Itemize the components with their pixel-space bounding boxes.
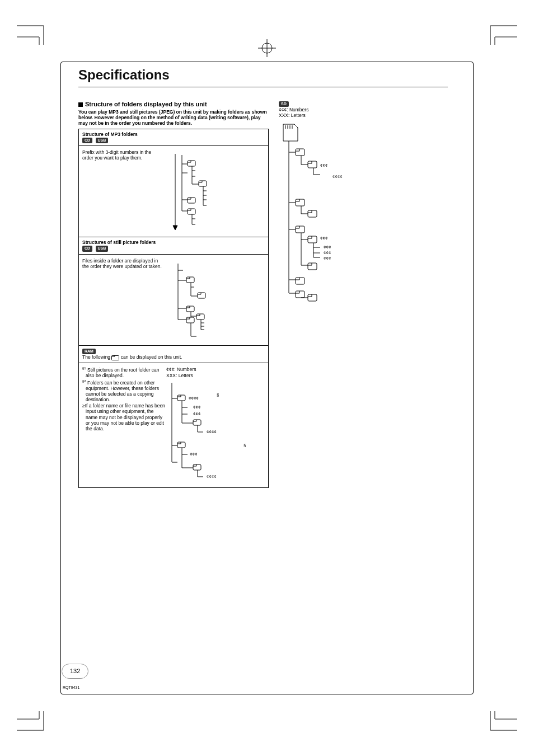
svg-text:¢¢¢: ¢¢¢ bbox=[190, 452, 197, 457]
crop-mark-tl bbox=[17, 20, 50, 45]
svg-text:¢¢¢¢: ¢¢¢¢ bbox=[207, 474, 217, 479]
still-folder-tree-diagram bbox=[164, 258, 265, 342]
badge-sd: SD bbox=[279, 101, 289, 107]
svg-rect-28 bbox=[308, 210, 317, 217]
still-box-text: Files inside a folder are displayed in t… bbox=[82, 258, 164, 342]
svg-text:¢¢¢: ¢¢¢ bbox=[193, 411, 200, 416]
badge-usb: USB bbox=[96, 246, 109, 251]
section-heading: Structure of folders displayed by this u… bbox=[78, 101, 269, 108]
page-title: Specifications bbox=[78, 67, 448, 83]
ram-legend-numbers: ¢¢¢: Numbers bbox=[166, 367, 265, 372]
ram-bullet: ≥If a folder name or file name has been … bbox=[82, 403, 166, 431]
ram-legend-letters: XXX: Letters bbox=[166, 373, 265, 378]
sd-legend-letters: XXX: Letters bbox=[279, 112, 306, 118]
ram-intro-pre: The following bbox=[82, 354, 111, 360]
svg-rect-27 bbox=[296, 199, 305, 206]
svg-text:¢¢¢¢: ¢¢¢¢ bbox=[207, 429, 217, 434]
ram-intro-post: can be displayed on this unit. bbox=[121, 354, 182, 360]
intro-text: You can play MP3 and still pictures (JPE… bbox=[78, 109, 269, 126]
document-id: RQT9431 bbox=[63, 685, 79, 690]
ram-folder-tree-diagram: ¢¢¢: Numbers XXX: Letters ¢¢¢¢ § ¢¢¢ ¢¢¢ bbox=[166, 367, 265, 484]
svg-rect-7 bbox=[186, 306, 194, 312]
sd-card-icon bbox=[283, 124, 298, 141]
svg-text:¢¢¢: ¢¢¢ bbox=[320, 163, 327, 168]
svg-rect-9 bbox=[186, 317, 194, 323]
svg-rect-5 bbox=[186, 277, 194, 283]
page-number: 132 bbox=[62, 664, 88, 679]
sd-folder-tree-diagram: ¢¢¢ ¢¢¢¢ ¢¢¢ ¢¢¢ ¢¢¢ ¢¢¢ bbox=[279, 119, 407, 303]
crop-mark-br bbox=[484, 711, 517, 736]
svg-rect-18 bbox=[177, 442, 185, 448]
svg-rect-35 bbox=[308, 263, 317, 270]
svg-rect-21 bbox=[193, 464, 201, 470]
svg-rect-4 bbox=[188, 209, 195, 214]
svg-text:§: § bbox=[217, 392, 219, 397]
badge-cd: CD bbox=[82, 246, 92, 251]
svg-rect-30 bbox=[308, 236, 317, 243]
svg-text:¢¢¢: ¢¢¢ bbox=[320, 236, 327, 241]
svg-text:¢¢¢¢: ¢¢¢¢ bbox=[332, 174, 343, 179]
badge-ram: RAM bbox=[82, 349, 96, 354]
mp3-folders-box: Structure of MP3 folders CD USB Prefix w… bbox=[78, 129, 269, 489]
svg-rect-11 bbox=[177, 395, 185, 401]
svg-text:¢¢¢: ¢¢¢ bbox=[324, 250, 331, 255]
ram-note-1: §1 Still pictures on the root folder can… bbox=[82, 367, 166, 378]
mp3-box-title: Structure of MP3 folders bbox=[82, 132, 138, 137]
svg-rect-23 bbox=[296, 149, 305, 156]
svg-rect-1 bbox=[188, 161, 195, 166]
svg-rect-29 bbox=[296, 226, 305, 233]
title-rule bbox=[78, 87, 448, 87]
svg-rect-2 bbox=[199, 181, 207, 186]
svg-text:§: § bbox=[243, 443, 246, 448]
badge-usb: USB bbox=[96, 138, 109, 143]
svg-text:¢¢¢: ¢¢¢ bbox=[324, 256, 331, 261]
svg-text:¢¢¢: ¢¢¢ bbox=[324, 245, 331, 250]
svg-text:¢¢¢: ¢¢¢ bbox=[193, 405, 200, 410]
svg-rect-37 bbox=[296, 291, 305, 298]
svg-rect-36 bbox=[296, 278, 305, 284]
mp3-box-text: Prefix with 3-digit numbers in the order… bbox=[82, 149, 164, 233]
badge-cd: CD bbox=[82, 138, 92, 143]
crop-mark-tr bbox=[484, 20, 517, 45]
svg-text:¢¢¢¢: ¢¢¢¢ bbox=[189, 396, 199, 401]
ram-note-2: §2 Folders can be created on other equip… bbox=[82, 379, 166, 403]
svg-rect-8 bbox=[196, 314, 204, 320]
svg-rect-3 bbox=[188, 198, 195, 203]
still-box-title: Structures of still picture folders bbox=[82, 240, 156, 245]
mp3-folder-tree-diagram bbox=[164, 149, 265, 233]
svg-rect-16 bbox=[193, 420, 201, 425]
svg-rect-24 bbox=[308, 161, 317, 168]
crop-mark-bl bbox=[17, 711, 50, 736]
svg-rect-38 bbox=[308, 294, 317, 301]
folder-icon bbox=[111, 354, 119, 360]
svg-rect-6 bbox=[198, 293, 205, 298]
register-mark-top bbox=[256, 37, 278, 60]
sd-legend-numbers: ¢¢¢: Numbers bbox=[279, 107, 308, 112]
